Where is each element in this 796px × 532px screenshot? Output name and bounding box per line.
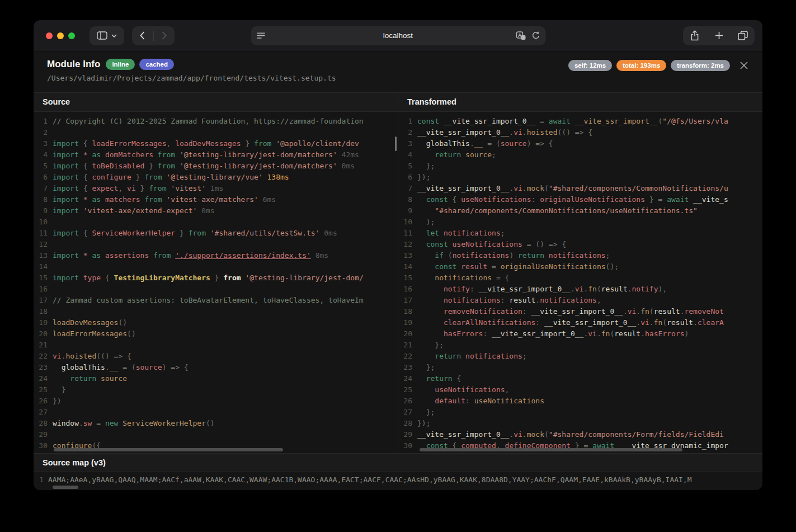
reload-icon[interactable] bbox=[531, 31, 540, 40]
source-horizontal-scrollbar[interactable] bbox=[54, 448, 283, 451]
code-token: "/@fs/Users/vla bbox=[662, 117, 728, 125]
code-line: 2__vite_ssr_import_0__.vi.hoisted(() => … bbox=[398, 127, 762, 138]
code-token: : bbox=[522, 307, 531, 316]
line-number: 14 bbox=[398, 261, 417, 272]
code-line: 15 notifications = { bbox=[398, 272, 762, 284]
code-token: () bbox=[127, 329, 136, 338]
code-token: __ bbox=[474, 139, 483, 148]
code-line: 7import { expect, vi } from 'vitest' 1ms bbox=[34, 183, 398, 194]
code-token: __vite_ssr_import_0__ bbox=[531, 307, 623, 316]
new-tab-button[interactable] bbox=[707, 26, 731, 45]
back-button[interactable] bbox=[132, 26, 153, 45]
module-link[interactable]: './support/assertions/index.ts' bbox=[175, 251, 311, 260]
code-token: removeNot bbox=[684, 307, 723, 316]
code-token: (() => { bbox=[96, 352, 131, 360]
code-line: 9import 'vitest-axe/extend-expect' 0ms bbox=[34, 205, 398, 216]
code-line: 21 }; bbox=[398, 340, 762, 351]
code-token: * bbox=[79, 195, 92, 204]
code-token: } bbox=[241, 139, 254, 148]
code-token: } bbox=[210, 274, 223, 282]
code-token: 8ms bbox=[311, 251, 328, 260]
code-token: ) => { bbox=[162, 363, 189, 371]
code-token: import bbox=[53, 229, 79, 237]
source-code: 1// Copyright (C) 2012-2025 Zammad Found… bbox=[34, 112, 398, 453]
code-line: 19loadDevMessages() bbox=[34, 317, 398, 328]
code-text: return source bbox=[53, 373, 398, 384]
code-line: 1const __vite_ssr_import_0__ = await __v… bbox=[398, 116, 762, 127]
code-line: 2 bbox=[34, 127, 398, 138]
line-number: 4 bbox=[398, 149, 417, 161]
module-badges: inlinecached bbox=[106, 59, 174, 70]
module-info-header: Module Info inlinecached self: 12mstotal… bbox=[34, 51, 762, 93]
close-panel-button[interactable] bbox=[737, 58, 751, 73]
line-number: 6 bbox=[398, 172, 417, 183]
line-number: 23 bbox=[398, 362, 417, 373]
code-token: import bbox=[53, 251, 79, 260]
window-controls bbox=[46, 32, 75, 39]
code-text: const result = originalUseNotifications(… bbox=[417, 261, 762, 272]
line-number: 30 bbox=[398, 440, 417, 451]
code-token bbox=[417, 262, 435, 271]
timing-badge: transform: 2ms bbox=[671, 60, 730, 71]
code-token: = bbox=[487, 262, 500, 271]
code-line: 12 bbox=[34, 239, 398, 250]
code-token: TestingLibraryMatchers bbox=[114, 274, 210, 282]
sourcemap-horizontal-scrollbar[interactable] bbox=[53, 486, 78, 489]
code-token: 138ms bbox=[263, 173, 289, 181]
code-token: { bbox=[79, 162, 92, 170]
code-token: = ( bbox=[483, 139, 500, 148]
code-line: 25 useNotifications, bbox=[398, 384, 762, 396]
code-token: '@apollo/client/dev bbox=[271, 139, 359, 148]
line-number: 20 bbox=[398, 328, 417, 340]
tab-overview-button[interactable] bbox=[731, 26, 755, 45]
code-token: 42ms bbox=[337, 150, 359, 159]
code-text: vi.hoisted(() => { bbox=[53, 351, 398, 362]
code-line: 3 globalThis.__ = (source) => { bbox=[398, 138, 762, 149]
code-token: 'vitest' bbox=[167, 184, 206, 192]
minimize-window-button[interactable] bbox=[57, 32, 64, 39]
code-line: 17 notifications: result.notifications, bbox=[398, 295, 762, 306]
code-text: notifications = { bbox=[417, 272, 762, 284]
code-token: from bbox=[158, 162, 175, 170]
sidebar-toggle-button[interactable] bbox=[90, 26, 124, 45]
code-token: __vite_ssr_import_0__ bbox=[479, 285, 571, 293]
zoom-window-button[interactable] bbox=[68, 32, 75, 39]
code-token: __ bbox=[110, 363, 119, 371]
address-bar[interactable]: localhost A bbox=[251, 26, 545, 45]
line-number: 28 bbox=[398, 418, 417, 429]
code-token bbox=[417, 352, 435, 360]
line-number: 21 bbox=[34, 340, 53, 351]
source-vertical-scrollbar[interactable] bbox=[395, 136, 397, 151]
code-token: ( bbox=[544, 430, 549, 439]
code-line: 13import * as assertions from './support… bbox=[34, 250, 398, 261]
code-token: { bbox=[79, 139, 92, 148]
line-number: 7 bbox=[398, 183, 417, 194]
code-token bbox=[53, 374, 70, 383]
code-token: fn bbox=[640, 307, 649, 316]
code-text: notifications: result.notifications, bbox=[417, 295, 762, 306]
translate-icon[interactable]: A bbox=[516, 31, 526, 40]
transformed-horizontal-scrollbar[interactable] bbox=[420, 448, 682, 451]
code-text: loadDevMessages() bbox=[53, 317, 398, 328]
code-token: : bbox=[531, 195, 540, 204]
close-window-button[interactable] bbox=[46, 32, 53, 39]
code-text: }) bbox=[53, 396, 398, 407]
code-token: '#shared/utils/testSw.ts' bbox=[206, 229, 320, 237]
code-text: import { expect, vi } from 'vitest' 1ms bbox=[53, 183, 398, 194]
code-line: 1// Copyright (C) 2012-2025 Zammad Found… bbox=[34, 116, 398, 127]
forward-button[interactable] bbox=[154, 26, 175, 45]
code-line: 27 bbox=[34, 407, 398, 418]
code-text: import { toBeDisabled } from '@testing-l… bbox=[53, 161, 398, 172]
code-token: ( bbox=[662, 318, 667, 327]
code-token: } = bbox=[645, 195, 667, 204]
line-number: 26 bbox=[398, 396, 417, 407]
code-text: loadErrorMessages() bbox=[53, 328, 398, 340]
code-line: 12 const useNotifications = () => { bbox=[398, 239, 762, 250]
code-text bbox=[53, 284, 398, 295]
code-token: . bbox=[693, 318, 698, 327]
code-token: return bbox=[70, 374, 96, 383]
share-button[interactable] bbox=[683, 26, 707, 45]
code-token: const bbox=[435, 262, 456, 271]
code-token: window bbox=[53, 419, 79, 427]
code-token: source bbox=[501, 139, 527, 148]
